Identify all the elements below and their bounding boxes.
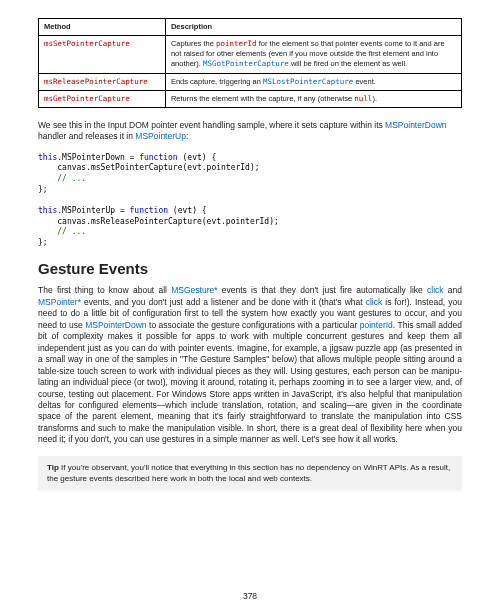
method-desc: Ends capture, triggering an MSLostPointe… <box>165 73 461 90</box>
method-name: msSetPointerCapture <box>44 39 130 48</box>
tip-label: Tip <box>47 463 59 472</box>
table-row: msSetPointerCapture Captures the pointer… <box>39 36 462 73</box>
page-number: 378 <box>0 591 500 602</box>
methods-table: Method Description msSetPointerCapture C… <box>38 18 462 108</box>
method-name: msReleasePointerCapture <box>44 77 148 86</box>
section-body: The first thing to know about all MSGest… <box>38 285 462 446</box>
intro-paragraph: We see this in the Input DOM pointer eve… <box>38 120 462 143</box>
method-name: msGetPointerCapture <box>44 94 130 103</box>
method-desc: Returns the element with the capture, if… <box>165 90 461 107</box>
th-description: Description <box>165 19 461 36</box>
tip-body: If you're observant, you'll notice that … <box>47 463 450 483</box>
table-row: msGetPointerCapture Returns the element … <box>39 90 462 107</box>
code-block-pointerdown: this.MSPointerDown = function (evt) { ca… <box>38 153 462 196</box>
section-heading: Gesture Events <box>38 259 462 279</box>
code-block-pointerup: this.MSPointerUp = function (evt) { canv… <box>38 206 462 249</box>
th-method: Method <box>39 19 166 36</box>
tip-box: Tip If you're observant, you'll notice t… <box>38 456 462 492</box>
method-desc: Captures the pointerId for the element s… <box>165 36 461 73</box>
table-row: msReleasePointerCapture Ends capture, tr… <box>39 73 462 90</box>
